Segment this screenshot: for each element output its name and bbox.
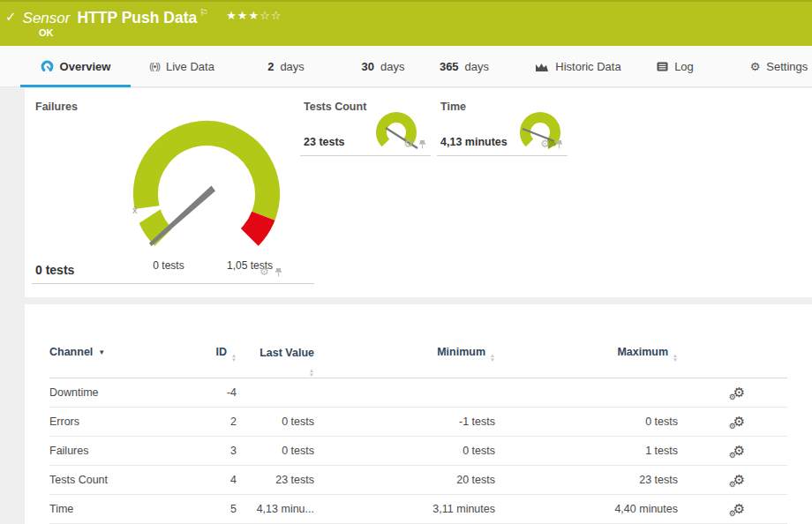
gauge-current-value: 23 tests [304, 136, 345, 148]
last-value: 4,13 minu... [239, 495, 317, 524]
tab-overview[interactable]: Overview [20, 46, 131, 87]
channel-id: 2 [199, 408, 239, 437]
channel-settings-button[interactable]: ⚙⚙ [733, 386, 745, 400]
sensor-title-row: ✓SensorHTTP Push Data⚐★★★☆☆ [5, 7, 282, 27]
failures-gauge-widget: Failures x̄ 0 tests 1,05 tests 0 tests ⚙ [32, 88, 314, 284]
column-header-maximum[interactable]: Maximum▲▼ [498, 304, 680, 378]
time-gauge-widget: Time 4,13 minutes ⚙ [437, 88, 568, 156]
channel-name[interactable]: Errors [49, 415, 79, 428]
gauge-title: Time [440, 101, 466, 113]
channel-settings-button[interactable]: ⚙⚙ [733, 502, 745, 516]
gear-icon[interactable]: ⚙ [259, 266, 269, 277]
table-row: Failures 3 0 tests 0 tests 1 tests ⚙⚙ [49, 437, 787, 466]
channel-id: 3 [199, 437, 239, 466]
channel-name[interactable]: Tests Count [49, 474, 108, 486]
channels-table: Channel▼ ID▲▼ Last Value▲▼ Minimum▲▼ Max… [49, 304, 787, 524]
gauges-panel: Failures x̄ 0 tests 1,05 tests 0 tests ⚙… [25, 88, 812, 297]
sensor-status-bar: ✓SensorHTTP Push Data⚐★★★☆☆ OK [0, 0, 812, 46]
gauge-actions: ⚙ [403, 138, 426, 149]
tab-number: 2 [267, 60, 274, 73]
sensor-status-text: OK [39, 27, 54, 38]
tests-count-gauge-widget: Tests Count 23 tests ⚙ [300, 88, 431, 156]
tab-label: Historic Data [555, 60, 620, 73]
gear-icon[interactable]: ⚙ [403, 138, 413, 149]
column-label: Maximum [617, 346, 668, 358]
sort-icon: ▲▼ [309, 369, 314, 378]
channel-settings-button[interactable]: ⚙⚙ [733, 415, 745, 429]
tab-label: Overview [60, 60, 111, 73]
table-row: Errors 2 0 tests -1 tests 0 tests ⚙⚙ [49, 408, 787, 437]
tab-label: Live Data [166, 60, 214, 73]
column-label: Minimum [437, 346, 485, 358]
table-row: Downtime -4 ⚙⚙ [49, 378, 787, 408]
pin-icon[interactable] [418, 139, 426, 149]
tests-count-gauge [372, 108, 421, 157]
gauge-current-value: 4,13 minutes [440, 136, 508, 148]
tab-2-days[interactable]: 2 days [261, 46, 311, 87]
column-header-last-value[interactable]: Last Value▲▼ [239, 304, 317, 378]
log-list-icon [657, 62, 668, 71]
channel-id: 4 [199, 466, 239, 495]
gauge-title: Tests Count [304, 101, 366, 113]
minimum-value: 20 tests [317, 466, 498, 495]
table-header-row: Channel▼ ID▲▼ Last Value▲▼ Minimum▲▼ Max… [49, 304, 787, 378]
sort-icon: ▲▼ [490, 354, 495, 363]
channel-id: 5 [199, 495, 239, 524]
tab-bar: Overview ((•)) Live Data 2 days 30 days … [0, 46, 812, 87]
pin-icon[interactable] [555, 139, 563, 149]
sort-icon: ▲▼ [673, 354, 678, 363]
live-data-icon: ((•)) [149, 62, 160, 71]
flag-icon[interactable]: ⚐ [199, 7, 208, 18]
column-header-minimum[interactable]: Minimum▲▼ [317, 304, 498, 378]
tab-label: days [380, 60, 404, 73]
column-header-settings [680, 304, 787, 378]
table-row: Tests Count 4 23 tests 20 tests 23 tests… [49, 466, 787, 495]
priority-star-rating[interactable]: ★★★☆☆ [226, 9, 282, 22]
sensor-type-label: Sensor [23, 10, 71, 26]
average-marker-label: x̄ [132, 205, 138, 215]
tab-log[interactable]: Log [653, 46, 697, 87]
channel-name[interactable]: Time [49, 503, 73, 515]
channel-id: -4 [199, 378, 239, 408]
tab-historic-data[interactable]: Historic Data [530, 46, 627, 87]
minimum-value: 0 tests [317, 437, 498, 466]
maximum-value: 4,40 minutes [498, 495, 680, 524]
last-value: 0 tests [239, 408, 317, 437]
channel-name[interactable]: Failures [49, 445, 88, 457]
gauge-actions: ⚙ [540, 138, 563, 149]
sensor-page: ✓SensorHTTP Push Data⚐★★★☆☆ OK Overview … [0, 0, 812, 524]
channel-settings-button[interactable]: ⚙⚙ [733, 473, 745, 487]
sensor-title: HTTP Push Data [77, 9, 197, 26]
stars-filled: ★★★ [226, 9, 259, 22]
gear-icon: ⚙ [729, 480, 736, 489]
column-label: Channel [49, 346, 93, 358]
tab-365-days[interactable]: 365 days [432, 46, 496, 87]
gauge-current-value: 0 tests [35, 263, 74, 277]
gear-icon: ⚙ [729, 422, 736, 430]
tab-label: days [280, 60, 304, 73]
tab-30-days[interactable]: 30 days [355, 46, 411, 87]
maximum-value: 1 tests [498, 437, 680, 466]
tab-settings[interactable]: ⚙ Settings [746, 46, 812, 87]
active-tab-underline [20, 85, 131, 87]
ok-check-icon: ✓ [5, 9, 17, 24]
sort-icon: ▲▼ [231, 354, 237, 363]
gear-icon[interactable]: ⚙ [540, 138, 550, 149]
pin-icon[interactable] [274, 267, 282, 277]
sort-desc-icon: ▼ [98, 348, 105, 356]
channel-settings-button[interactable]: ⚙⚙ [733, 444, 745, 458]
column-header-id[interactable]: ID▲▼ [199, 304, 239, 378]
tab-live-data[interactable]: ((•)) Live Data [141, 46, 222, 87]
stars-empty: ☆☆ [259, 9, 282, 22]
column-header-channel[interactable]: Channel▼ [49, 304, 199, 378]
minimum-value: -1 tests [317, 408, 498, 437]
gear-icon: ⚙ [729, 509, 736, 518]
channel-name[interactable]: Downtime [49, 386, 99, 399]
gear-icon: ⚙ [729, 393, 736, 401]
gear-icon: ⚙ [750, 60, 761, 73]
tab-label: Log [674, 60, 694, 73]
maximum-value: 0 tests [498, 408, 680, 437]
last-value: 23 tests [239, 466, 317, 495]
maximum-value [498, 378, 680, 408]
tab-number: 365 [440, 60, 459, 73]
